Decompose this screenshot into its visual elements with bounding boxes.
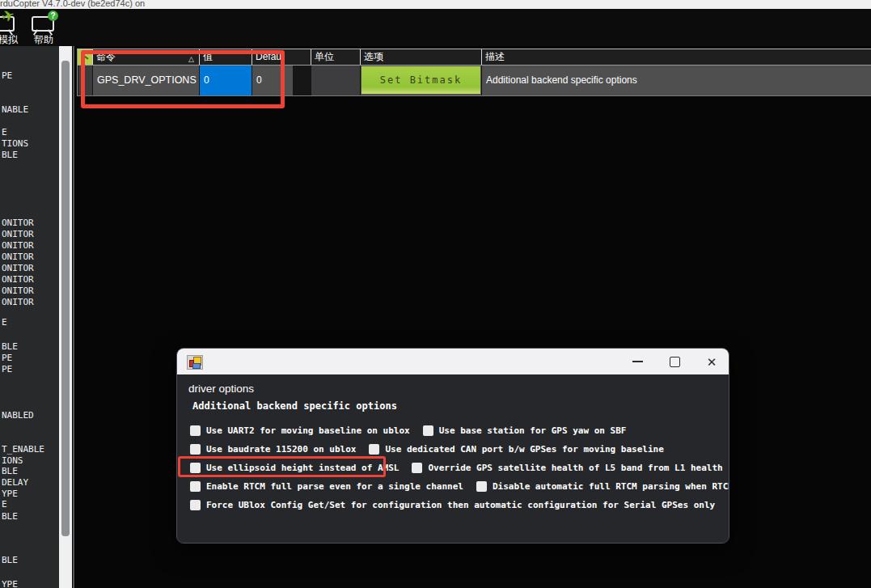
table-row: GPS_DRV_OPTIONS 0 0 Set Bitmask Addition… xyxy=(78,66,871,96)
toolbar-item-help[interactable]: ? 帮助 xyxy=(27,11,61,45)
checkbox-row: Use baudrate 115200 on ubloxUse dedicate… xyxy=(190,440,664,458)
sidebar-item[interactable]: E xyxy=(2,127,7,137)
pencil-icon xyxy=(81,53,88,59)
param-options-cell: Set Bitmask xyxy=(360,66,481,95)
sidebar-item[interactable]: BLE xyxy=(2,511,18,522)
checkbox-icon[interactable] xyxy=(190,500,201,510)
window-title: rduCopter V4.7.0-dev (be2ed74c) on xyxy=(0,0,145,8)
sidebar-item[interactable]: ONITOR xyxy=(2,240,34,251)
sidebar-item[interactable]: T_ENABLE xyxy=(2,444,44,455)
sidebar-item[interactable]: TIONS xyxy=(2,138,28,149)
toolbar-item-simulation[interactable]: ✈ 模拟 xyxy=(0,11,26,45)
checkbox-label: Use baudrate 115200 on ublox xyxy=(206,444,356,455)
dialog-checkbox-option[interactable]: Use baudrate 115200 on ublox xyxy=(190,444,356,455)
sidebar-item[interactable]: BLE xyxy=(2,150,18,160)
dialog-subheading: Additional backend specific options xyxy=(192,400,397,412)
column-header-command[interactable]: 命令 △ xyxy=(92,49,199,65)
sort-ascending-icon: △ xyxy=(188,52,194,65)
checkbox-row: Use UART2 for moving baseline on ubloxUs… xyxy=(190,421,626,439)
param-description-cell: Additional backend specific options xyxy=(481,66,871,95)
sidebar-item[interactable]: PE xyxy=(2,364,12,374)
close-icon: ✕ xyxy=(707,356,717,368)
winforms-app-icon xyxy=(187,355,203,370)
checkbox-icon[interactable] xyxy=(423,425,433,436)
checkbox-icon[interactable] xyxy=(369,444,379,455)
driver-options-dialog: ✕ driver options Additional backend spec… xyxy=(176,348,729,544)
checkbox-label: Use UART2 for moving baseline on ublox xyxy=(206,425,410,436)
checkbox-icon[interactable] xyxy=(190,425,201,436)
column-header-options[interactable]: 选项 xyxy=(360,49,481,65)
divider xyxy=(73,46,74,588)
sidebar-item[interactable]: YPE xyxy=(2,489,18,499)
param-grid-header: 命令 △ 值 Defau 单位 选项 描述 xyxy=(78,49,871,66)
checkbox-icon[interactable] xyxy=(190,444,201,455)
column-header-unit[interactable]: 单位 xyxy=(311,49,360,65)
checkbox-label: Use ellipsoid height instead of AMSL xyxy=(206,463,399,473)
column-header-description[interactable]: 描述 xyxy=(481,49,871,65)
sidebar-item[interactable]: NABLED xyxy=(2,410,34,421)
checkbox-row: Force UBlox Config Get/Set for configura… xyxy=(190,496,715,514)
checkbox-label: Override GPS satellite health of L5 band… xyxy=(428,463,722,473)
checkbox-row: Enable RTCM full parse even for a single… xyxy=(190,477,729,495)
scrollbar-thumb[interactable] xyxy=(61,61,70,536)
toolbar-label-simulation: 模拟 xyxy=(0,33,26,46)
dialog-heading: driver options xyxy=(188,383,254,395)
sidebar-item[interactable]: PE xyxy=(2,353,12,363)
row-header-cell[interactable] xyxy=(78,66,92,95)
dialog-titlebar[interactable]: ✕ xyxy=(177,349,729,374)
dialog-checkbox-option[interactable]: Enable RTCM full parse even for a single… xyxy=(190,481,463,492)
column-header-default[interactable]: Defau xyxy=(252,49,311,65)
sidebar-item[interactable]: ONITOR xyxy=(2,252,34,262)
dialog-checkbox-option[interactable]: Use ellipsoid height instead of AMSL xyxy=(190,463,399,473)
dialog-checkbox-option[interactable]: Override GPS satellite health of L5 band… xyxy=(412,463,722,473)
close-button[interactable]: ✕ xyxy=(700,350,723,373)
sidebar-item[interactable]: NABLE xyxy=(2,104,28,115)
window-titlebar: rduCopter V4.7.0-dev (be2ed74c) on xyxy=(0,0,871,9)
checkbox-label: Disable automatic full RTCM parsing when… xyxy=(493,481,729,492)
checkbox-icon[interactable] xyxy=(190,481,201,492)
dialog-checkbox-option[interactable]: Use dedicated CAN port b/w GPSes for mov… xyxy=(369,444,663,455)
checkbox-label: Force UBlox Config Get/Set for configura… xyxy=(206,500,715,510)
minimize-button[interactable] xyxy=(626,350,649,373)
help-question-badge-icon: ? xyxy=(48,11,58,21)
sidebar-scrollbar[interactable] xyxy=(59,46,72,588)
dialog-checkbox-option[interactable]: Force UBlox Config Get/Set for configura… xyxy=(190,500,715,510)
maximize-button[interactable] xyxy=(663,350,686,373)
sidebar-item[interactable]: BLE xyxy=(2,555,18,565)
dialog-checkbox-option[interactable]: Use base station for GPS yaw on SBF xyxy=(423,425,627,436)
minimize-icon xyxy=(632,361,643,362)
sidebar-item[interactable]: YPE xyxy=(2,579,18,588)
sidebar-item[interactable]: PE xyxy=(2,70,12,81)
column-header-value[interactable]: 值 xyxy=(199,49,252,65)
checkbox-label: Use base station for GPS yaw on SBF xyxy=(439,425,627,436)
dialog-checkbox-option[interactable]: Disable automatic full RTCM parsing when… xyxy=(476,481,729,492)
sidebar-item[interactable]: ONITOR xyxy=(2,229,34,239)
toolbar-label-help: 帮助 xyxy=(27,33,61,46)
param-unit-cell xyxy=(311,66,360,95)
param-grid: 命令 △ 值 Defau 单位 选项 描述 GPS_DRV_OPTIONS 0 … xyxy=(77,49,871,96)
sidebar-item[interactable]: IONS xyxy=(2,455,23,466)
sidebar-item[interactable]: BLE xyxy=(2,466,18,476)
sidebar-item[interactable]: BLE xyxy=(2,341,18,352)
column-header-command-label: 命令 xyxy=(96,51,116,62)
sidebar-item[interactable]: E xyxy=(2,499,7,510)
param-name-cell[interactable]: GPS_DRV_OPTIONS xyxy=(92,66,199,95)
set-bitmask-button[interactable]: Set Bitmask xyxy=(362,66,480,94)
icon-square-blue xyxy=(192,363,201,369)
param-value-cell[interactable]: 0 xyxy=(199,66,252,95)
sidebar-item[interactable]: ONITOR xyxy=(2,218,34,228)
dialog-body: driver options Additional backend specif… xyxy=(177,374,729,544)
sidebar-item[interactable]: ONITOR xyxy=(2,297,34,307)
checkbox-icon[interactable] xyxy=(190,463,201,473)
sidebar-item[interactable]: ONITOR xyxy=(2,274,34,285)
sidebar-param-list: PENABLEETIONSBLEONITORONITORONITORONITOR… xyxy=(0,46,59,588)
sidebar-item[interactable]: DELAY xyxy=(2,477,28,488)
sidebar-item[interactable]: ONITOR xyxy=(2,286,34,296)
sidebar-item[interactable]: ONITOR xyxy=(2,263,34,273)
checkbox-icon[interactable] xyxy=(412,463,422,473)
dialog-checkbox-option[interactable]: Use UART2 for moving baseline on ublox xyxy=(190,425,410,436)
select-all-cell[interactable] xyxy=(78,49,92,65)
checkbox-label: Enable RTCM full parse even for a single… xyxy=(206,481,463,492)
checkbox-icon[interactable] xyxy=(476,481,487,492)
sidebar-item[interactable]: E xyxy=(2,317,7,328)
